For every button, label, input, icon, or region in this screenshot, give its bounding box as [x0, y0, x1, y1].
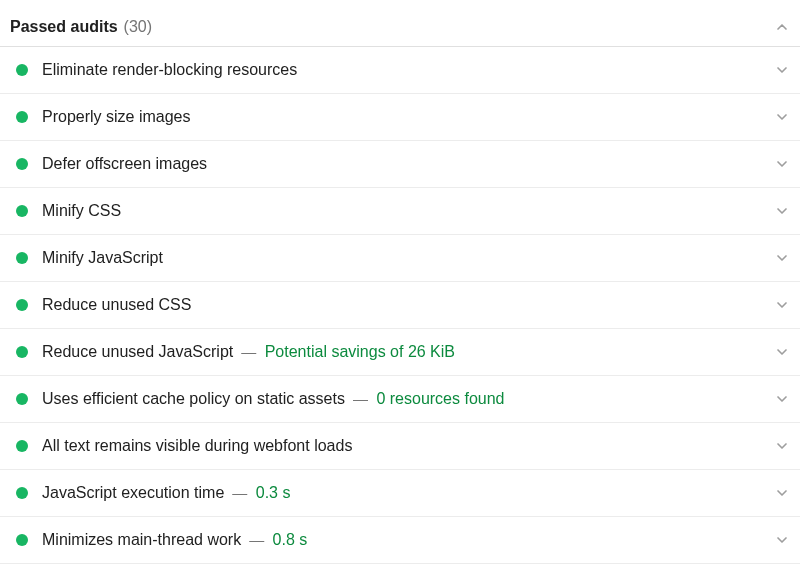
audit-detail: Potential savings of 26 KiB — [260, 343, 455, 360]
pass-circle-icon — [16, 252, 28, 264]
pass-circle-icon — [16, 299, 28, 311]
chevron-down-icon — [774, 203, 790, 219]
audit-row[interactable]: Minify CSS — [0, 188, 800, 235]
audit-left: Minify CSS — [16, 202, 121, 220]
dash-separator: — — [249, 531, 264, 548]
audit-left: JavaScript execution time— 0.3 s — [16, 484, 290, 502]
chevron-down-icon — [774, 344, 790, 360]
audit-row[interactable]: Minify JavaScript — [0, 235, 800, 282]
audit-label: Minify CSS — [42, 202, 121, 219]
audit-left: Minimizes main-thread work— 0.8 s — [16, 531, 307, 549]
passed-audits-header[interactable]: Passed audits (30) — [0, 0, 800, 47]
pass-circle-icon — [16, 487, 28, 499]
section-count: (30) — [124, 18, 152, 36]
audit-text: Minify JavaScript — [42, 249, 163, 267]
audit-row[interactable]: Uses efficient cache policy on static as… — [0, 376, 800, 423]
header-title-wrap: Passed audits (30) — [10, 18, 152, 36]
chevron-down-icon — [774, 62, 790, 78]
audit-left: Reduce unused JavaScript— Potential savi… — [16, 343, 455, 361]
chevron-down-icon — [774, 250, 790, 266]
audit-label: Reduce unused CSS — [42, 296, 191, 313]
audit-label: Eliminate render-blocking resources — [42, 61, 297, 78]
audit-text: Eliminate render-blocking resources — [42, 61, 297, 79]
audit-row[interactable]: Reduce unused CSS — [0, 282, 800, 329]
audit-text: Defer offscreen images — [42, 155, 207, 173]
audit-text: All text remains visible during webfont … — [42, 437, 352, 455]
audit-text: Reduce unused CSS — [42, 296, 191, 314]
chevron-down-icon — [774, 156, 790, 172]
audit-row[interactable]: Eliminate render-blocking resources — [0, 47, 800, 94]
dash-separator: — — [353, 390, 368, 407]
pass-circle-icon — [16, 393, 28, 405]
audit-left: Properly size images — [16, 108, 191, 126]
audit-label: Uses efficient cache policy on static as… — [42, 390, 345, 407]
audit-text: Minify CSS — [42, 202, 121, 220]
audit-row[interactable]: Properly size images — [0, 94, 800, 141]
audit-detail: 0.3 s — [251, 484, 290, 501]
pass-circle-icon — [16, 111, 28, 123]
audit-row[interactable]: Reduce unused JavaScript— Potential savi… — [0, 329, 800, 376]
audit-left: All text remains visible during webfont … — [16, 437, 352, 455]
chevron-up-icon — [774, 19, 790, 35]
audit-label: Minify JavaScript — [42, 249, 163, 266]
section-title: Passed audits — [10, 18, 118, 36]
audit-text: Properly size images — [42, 108, 191, 126]
audit-detail: 0 resources found — [372, 390, 505, 407]
audit-label: Properly size images — [42, 108, 191, 125]
pass-circle-icon — [16, 158, 28, 170]
audit-left: Uses efficient cache policy on static as… — [16, 390, 505, 408]
chevron-down-icon — [774, 485, 790, 501]
dash-separator: — — [241, 343, 256, 360]
audit-left: Eliminate render-blocking resources — [16, 61, 297, 79]
chevron-down-icon — [774, 532, 790, 548]
audit-label: All text remains visible during webfont … — [42, 437, 352, 454]
audit-text: Uses efficient cache policy on static as… — [42, 390, 505, 408]
audit-label: Reduce unused JavaScript — [42, 343, 233, 360]
pass-circle-icon — [16, 440, 28, 452]
pass-circle-icon — [16, 346, 28, 358]
chevron-down-icon — [774, 297, 790, 313]
audit-text: Reduce unused JavaScript— Potential savi… — [42, 343, 455, 361]
chevron-down-icon — [774, 391, 790, 407]
pass-circle-icon — [16, 534, 28, 546]
audit-detail: 0.8 s — [268, 531, 307, 548]
dash-separator: — — [232, 484, 247, 501]
audit-text: JavaScript execution time— 0.3 s — [42, 484, 290, 502]
audit-text: Minimizes main-thread work— 0.8 s — [42, 531, 307, 549]
audit-left: Reduce unused CSS — [16, 296, 191, 314]
pass-circle-icon — [16, 205, 28, 217]
audit-left: Minify JavaScript — [16, 249, 163, 267]
audit-left: Defer offscreen images — [16, 155, 207, 173]
audit-row[interactable]: Defer offscreen images — [0, 141, 800, 188]
audits-list: Eliminate render-blocking resourcesPrope… — [0, 47, 800, 564]
audit-label: Defer offscreen images — [42, 155, 207, 172]
audit-label: Minimizes main-thread work — [42, 531, 241, 548]
pass-circle-icon — [16, 64, 28, 76]
audit-row[interactable]: JavaScript execution time— 0.3 s — [0, 470, 800, 517]
audit-label: JavaScript execution time — [42, 484, 224, 501]
audit-row[interactable]: Minimizes main-thread work— 0.8 s — [0, 517, 800, 564]
chevron-down-icon — [774, 109, 790, 125]
audit-row[interactable]: All text remains visible during webfont … — [0, 423, 800, 470]
chevron-down-icon — [774, 438, 790, 454]
